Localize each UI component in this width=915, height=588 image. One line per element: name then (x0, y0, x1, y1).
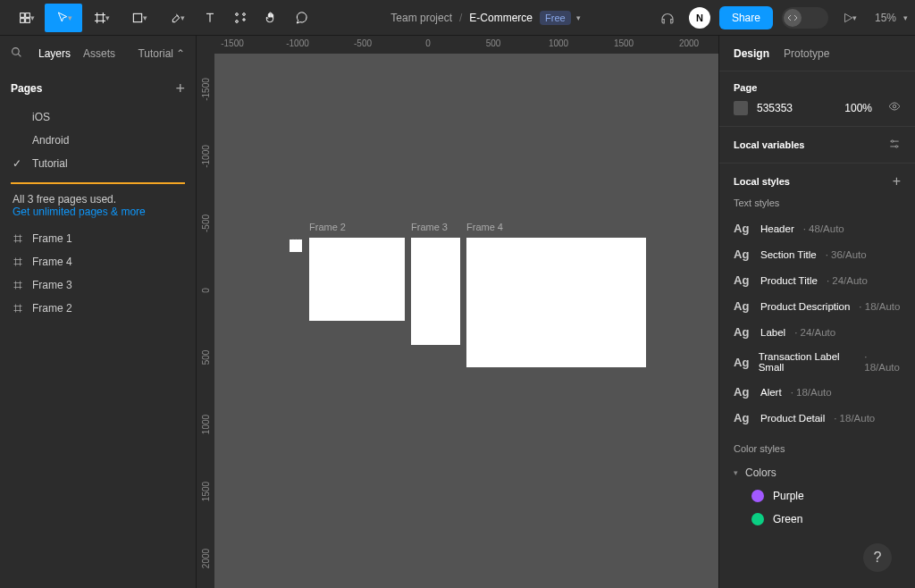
chevron-down-icon: ▾ (105, 13, 110, 22)
avatar[interactable]: N (689, 7, 710, 29)
team-name[interactable]: Team project (390, 12, 452, 24)
svg-point-11 (895, 146, 897, 147)
breadcrumb: Team project / E-Commerce Free ▾ (320, 11, 651, 25)
text-style-icon: Ag (734, 325, 751, 339)
local-styles-header: Local styles (734, 176, 790, 187)
page-item-android[interactable]: Android (0, 129, 196, 152)
zoom-level[interactable]: 15% (875, 12, 896, 24)
hand-tool[interactable] (256, 4, 286, 32)
chevron-up-icon: ⌃ (176, 47, 185, 60)
text-style-icon: Ag (734, 248, 751, 261)
text-style-icon: Ag (734, 411, 751, 424)
text-style-item[interactable]: AgTransaction Label Small · 18/Auto (734, 345, 901, 379)
page-section-header: Page (734, 82, 901, 93)
page-item-ios[interactable]: iOS (0, 105, 196, 129)
svg-point-8 (13, 48, 20, 55)
local-variables-header: Local variables (734, 139, 805, 150)
text-style-icon: Ag (734, 356, 750, 369)
color-group-toggle[interactable]: ▾ Colors (734, 461, 901, 484)
tab-assets[interactable]: Assets (83, 47, 115, 60)
text-style-icon: Ag (734, 385, 751, 399)
tutorial-dropdown[interactable]: Tutorial ⌃ (138, 47, 185, 60)
chevron-down-icon[interactable]: ▾ (903, 13, 908, 22)
color-swatch-icon (751, 513, 764, 525)
color-style-item[interactable]: Purple (734, 484, 901, 508)
svg-rect-1 (25, 13, 29, 17)
tab-layers[interactable]: Layers (38, 47, 71, 60)
pages-heading: Pages (11, 82, 42, 95)
help-button[interactable]: ? (863, 543, 892, 572)
layer-item[interactable]: Frame 3 (0, 273, 196, 297)
file-name[interactable]: E-Commerce (469, 12, 533, 24)
plan-badge[interactable]: Free (540, 11, 571, 25)
chevron-down-icon[interactable]: ▾ (576, 13, 581, 22)
layer-item[interactable]: Frame 4 (0, 250, 196, 273)
share-button[interactable]: Share (719, 6, 773, 29)
tab-prototype[interactable]: Prototype (784, 47, 829, 60)
svg-rect-0 (20, 13, 24, 17)
layer-item[interactable]: Frame 2 (0, 297, 196, 320)
text-style-icon: Ag (734, 299, 751, 313)
text-style-item[interactable]: AgProduct Title · 24/Auto (734, 267, 901, 293)
audio-icon[interactable] (655, 5, 680, 30)
svg-point-9 (893, 105, 896, 108)
color-style-item[interactable]: Green (734, 508, 901, 531)
text-style-item[interactable]: AgLabel · 24/Auto (734, 319, 901, 345)
visibility-icon[interactable] (888, 100, 901, 115)
canvas-frame[interactable] (290, 239, 302, 252)
layer-list: Frame 1 Frame 4 Frame 3 Frame 2 (0, 222, 196, 325)
canvas-frame[interactable]: Frame 4 (466, 238, 646, 367)
present-button[interactable]: ▾ (837, 5, 862, 30)
page-item-tutorial[interactable]: ✓ Tutorial (0, 152, 196, 175)
text-tool[interactable] (195, 4, 225, 32)
svg-point-10 (892, 140, 894, 142)
search-icon[interactable] (11, 46, 22, 61)
frame-tool[interactable]: ▾ (82, 4, 120, 32)
text-style-item[interactable]: AgProduct Description · 18/Auto (734, 293, 901, 319)
canvas-frame[interactable]: Frame 3 (411, 238, 460, 345)
pen-tool[interactable]: ▾ (157, 4, 195, 32)
color-styles-label: Color styles (734, 443, 901, 454)
comment-tool[interactable] (286, 4, 316, 32)
chevron-down-icon: ▾ (30, 13, 35, 22)
chevron-down-icon: ▾ (68, 13, 72, 22)
resources-tool[interactable] (225, 4, 256, 32)
tab-design[interactable]: Design (734, 47, 769, 60)
right-panel: Design Prototype Page 535353 100% Local … (718, 36, 915, 588)
settings-icon[interactable] (888, 138, 901, 152)
svg-point-6 (243, 13, 246, 15)
breadcrumb-separator: / (459, 12, 462, 24)
text-style-item[interactable]: AgSection Title · 36/Auto (734, 241, 901, 267)
svg-point-7 (236, 20, 239, 22)
frame-label[interactable]: Frame 4 (466, 222, 503, 232)
text-style-item[interactable]: AgAlert · 18/Auto (734, 379, 901, 405)
topbar: ▾ ▾ ▾ ▾ ▾ Team project (0, 0, 915, 36)
dev-mode-toggle[interactable] (782, 7, 828, 29)
upgrade-banner: All 3 free pages used. Get unlimited pag… (11, 182, 185, 222)
svg-rect-2 (20, 18, 24, 22)
page-background-hex[interactable]: 535353 (757, 102, 793, 114)
frame-label[interactable]: Frame 2 (309, 222, 346, 232)
page-background-opacity[interactable]: 100% (844, 102, 872, 114)
add-page-button[interactable]: + (175, 80, 185, 97)
svg-point-5 (236, 13, 239, 15)
shape-tool[interactable]: ▾ (120, 4, 157, 32)
layer-item[interactable]: Frame 1 (0, 227, 196, 250)
text-style-icon: Ag (734, 222, 751, 235)
left-panel: Layers Assets Tutorial ⌃ Pages + iOS And… (0, 36, 197, 588)
ruler-horizontal: -1500 -1000 -500 0 500 1000 1500 2000 25… (214, 36, 718, 54)
chevron-down-icon: ▾ (143, 13, 147, 22)
text-style-item[interactable]: AgHeader · 48/Auto (734, 215, 901, 241)
chevron-down-icon: ▾ (734, 468, 738, 477)
upgrade-text: All 3 free pages used. (13, 193, 183, 206)
main-menu-button[interactable]: ▾ (7, 4, 45, 32)
add-style-button[interactable]: + (893, 174, 901, 189)
page-background-swatch[interactable] (734, 101, 748, 115)
check-icon: ✓ (13, 157, 23, 170)
frame-label[interactable]: Frame 3 (411, 222, 448, 232)
svg-rect-3 (25, 18, 29, 22)
text-style-item[interactable]: AgProduct Detail · 18/Auto (734, 405, 901, 431)
move-tool[interactable]: ▾ (45, 4, 82, 32)
canvas-frame[interactable]: Frame 2 (309, 238, 405, 321)
canvas[interactable]: -1500 -1000 -500 0 500 1000 1500 2000 25… (197, 36, 718, 588)
